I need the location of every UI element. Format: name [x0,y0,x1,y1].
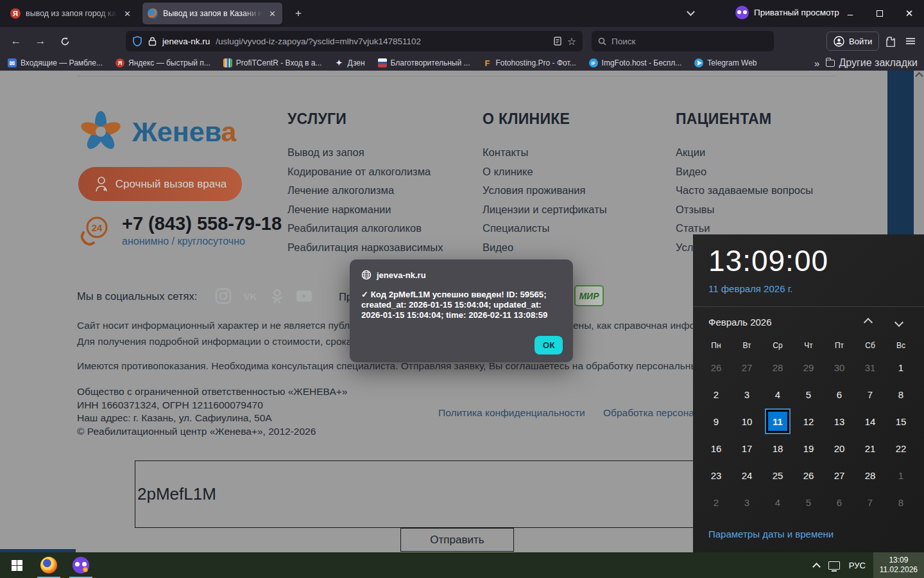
calendar-day-cell[interactable]: 30 [824,354,855,381]
submit-button[interactable]: Отправить [400,528,514,552]
calendar-day-cell[interactable]: 25 [762,462,793,489]
instagram-icon[interactable] [215,288,232,304]
phone-number[interactable]: +7 (843) 558-79-18 [122,213,282,234]
calendar-day-cell[interactable]: 12 [793,408,824,435]
footer-link[interactable]: Акции [676,143,813,162]
calendar-day-cell[interactable]: 8 [886,489,916,516]
calendar-day-cell[interactable]: 27 [732,354,762,381]
restore-button[interactable] [865,0,894,27]
footer-link[interactable]: Отзывы [676,200,813,220]
footer-link[interactable]: Условия проживания [483,181,607,200]
flyout-date-link[interactable]: 11 февраля 2026 г. [708,283,792,294]
calendar-day-cell[interactable]: 21 [855,435,886,462]
calendar-day-cell[interactable]: 31 [855,354,886,381]
footer-link[interactable]: Реабилитация алкоголиков [287,219,443,238]
calendar-day-cell[interactable]: 22 [886,435,916,462]
footer-link[interactable]: Лечение наркомании [287,200,443,220]
footer-link[interactable]: Часто задаваемые вопросы [676,181,813,200]
footer-link[interactable]: Кодирование от алкоголизма [287,162,443,182]
calendar-day-cell[interactable]: 8 [886,381,916,408]
scrollbar-up-arrow-icon[interactable] [915,72,923,80]
calendar-day-cell[interactable]: 26 [793,462,824,489]
calendar-prev-icon[interactable] [864,317,873,326]
youtube-icon[interactable] [296,288,312,304]
taskbar-firefox-button[interactable] [33,552,64,578]
minimize-button[interactable]: – [835,0,865,27]
tab-yandex-search[interactable]: Я вывод из запоя город казань — ✕ [5,3,137,24]
extensions-button[interactable] [880,31,900,51]
footer-link[interactable]: Видео [676,162,813,182]
start-button[interactable] [3,552,31,578]
calendar-day-cell[interactable]: 28 [855,462,886,489]
ok-button[interactable]: ОК [535,336,563,355]
calendar-day-cell[interactable]: 14 [855,408,886,435]
vk-icon[interactable]: VK [242,288,259,304]
calendar-day-cell[interactable]: 3 [732,489,762,516]
tab-close-icon[interactable]: ✕ [268,9,277,19]
hidden-icons-chevron[interactable] [812,563,821,571]
calendar-day-cell[interactable]: 7 [855,489,886,516]
tracking-shield-icon[interactable] [132,36,142,47]
calendar-day-cell[interactable]: 1 [886,354,916,381]
calendar-day-cell[interactable]: 6 [824,489,855,516]
calendar-day-cell[interactable]: 13 [824,408,855,435]
footer-link[interactable]: Вывод из запоя [287,143,443,162]
calendar-day-cell[interactable]: 5 [793,381,824,408]
calendar-day-cell[interactable]: 1 [886,462,916,489]
tray-clock[interactable]: 13:09 11.02.2026 [873,552,924,578]
odnoklassniki-icon[interactable] [269,288,286,304]
calendar-day-cell[interactable]: 18 [762,435,793,462]
forward-button[interactable]: → [31,31,50,51]
close-button[interactable]: ✕ [894,0,924,27]
bookmark-item[interactable]: ImgFoto.host - Беспл... [589,58,682,67]
url-bar[interactable]: jeneva-nk.ru/uslugi/vyvod-iz-zapoya/?ysc… [126,31,583,51]
tab-close-icon[interactable]: ✕ [123,9,132,19]
reload-button[interactable] [55,31,74,51]
footer-link[interactable]: Реабилитация наркозависимых [287,238,443,258]
calendar-day-cell[interactable]: 16 [701,435,732,462]
calendar-day-cell[interactable]: 4 [762,489,793,516]
taskbar-firefox-private-button[interactable] [65,552,96,578]
language-indicator[interactable]: РУС [849,561,866,570]
bookmark-item[interactable]: Fotohosting.Pro - Фот... [483,58,576,67]
calendar-day-cell[interactable]: 27 [824,462,855,489]
footer-link[interactable]: Специалисты [483,219,607,238]
footer-link[interactable]: Лицензии и сертификаты [483,200,607,220]
search-field[interactable]: Поиск [592,31,774,51]
calendar-next-icon[interactable] [894,317,903,326]
bookmark-item[interactable]: Благотворительный ... [378,58,470,67]
menu-button[interactable] [901,31,920,51]
calendar-day-cell[interactable]: 28 [762,354,793,381]
datetime-settings-link[interactable]: Параметры даты и времени [708,529,834,539]
calendar-day-cell[interactable]: 15 [886,408,916,435]
footer-link[interactable]: О клинике [483,162,607,182]
bookmark-item[interactable]: Входящие — Рамбле... [8,58,103,67]
reader-view-icon[interactable] [554,37,561,46]
calendar-day-cell[interactable]: 7 [855,381,886,408]
footer-link[interactable]: Видео [483,238,607,258]
new-tab-button[interactable]: + [290,5,307,22]
list-all-tabs-icon[interactable] [687,8,695,16]
calendar-day-cell[interactable]: 5 [793,489,824,516]
calendar-day-cell[interactable]: 11 [762,408,793,435]
bookmarks-overflow-chevron[interactable]: » [814,58,819,69]
bookmark-item[interactable]: Telegram Web [694,58,757,67]
calendar-day-cell[interactable]: 24 [732,462,762,489]
signin-button[interactable]: Войти [826,31,879,51]
back-button[interactable]: ← [6,31,26,51]
bookmark-star-icon[interactable]: ☆ [567,35,576,48]
calendar-day-cell[interactable]: 2 [701,381,732,408]
calendar-day-cell[interactable]: 23 [701,462,732,489]
bookmark-item[interactable]: Яндекс — быстрый п... [116,58,210,67]
footer-link[interactable]: Контакты [483,143,607,162]
other-bookmarks-button[interactable]: Другие закладки [826,57,918,69]
calendar-day-cell[interactable]: 19 [793,435,824,462]
calendar-day-cell[interactable]: 4 [762,381,793,408]
calendar-day-cell[interactable]: 17 [732,435,762,462]
privacy-policy-link[interactable]: Политика конфиденциальности [438,407,585,419]
emergency-call-button[interactable]: Срочный вызов врача [78,167,242,201]
calendar-day-cell[interactable]: 26 [701,354,732,381]
calendar-day-cell[interactable]: 9 [701,408,732,435]
bookmark-item[interactable]: Дзен [334,58,364,67]
bookmark-item[interactable]: ProfiTCentR - Вход в а... [223,58,322,67]
